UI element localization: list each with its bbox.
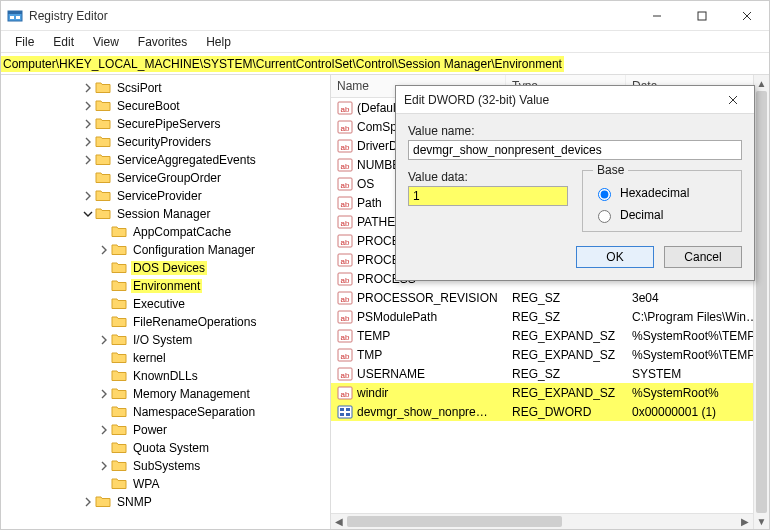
value-data-input[interactable] [408,186,568,206]
menu-favorites[interactable]: Favorites [130,33,195,51]
expander-expand-icon[interactable] [97,423,111,437]
expander-expand-icon[interactable] [81,189,95,203]
value-type: REG_DWORD [506,405,626,419]
tree-item[interactable]: SecurityProviders [1,133,330,151]
dialog-titlebar[interactable]: Edit DWORD (32-bit) Value [396,86,754,114]
expander-collapse-icon[interactable] [81,207,95,221]
tree-item[interactable]: Quota System [1,439,330,457]
expander-expand-icon[interactable] [81,117,95,131]
scroll-up-icon[interactable]: ▲ [754,75,769,91]
list-row[interactable]: devmgr_show_nonpre…REG_DWORD0x00000001 (… [331,402,769,421]
svg-text:ab: ab [341,238,350,247]
menu-help[interactable]: Help [198,33,239,51]
expander-expand-icon[interactable] [97,333,111,347]
tree-item[interactable]: NamespaceSeparation [1,403,330,421]
expander-none [81,171,95,185]
scroll-thumb[interactable] [347,516,562,527]
list-row[interactable]: abTMPREG_EXPAND_SZ%SystemRoot%\TEMP [331,345,769,364]
list-row[interactable]: abUSERNAMEREG_SZSYSTEM [331,364,769,383]
maximize-button[interactable] [679,1,724,31]
tree-item[interactable]: SecureBoot [1,97,330,115]
expander-expand-icon[interactable] [81,153,95,167]
value-name: devmgr_show_nonpre… [357,405,488,419]
cancel-button[interactable]: Cancel [664,246,742,268]
scroll-right-icon[interactable]: ▶ [737,514,753,529]
list-row[interactable]: abPSModulePathREG_SZC:\Program Files\Win… [331,307,769,326]
scroll-track[interactable] [754,91,769,513]
tree-item[interactable]: ServiceGroupOrder [1,169,330,187]
svg-rect-3 [16,16,20,19]
list-horizontal-scrollbar[interactable]: ◀ ▶ [331,513,753,529]
regedit-icon [1,8,29,24]
radio-dec-input[interactable] [598,210,611,223]
radio-decimal[interactable]: Decimal [593,207,731,223]
menu-file[interactable]: File [7,33,42,51]
list-row[interactable]: abTEMPREG_EXPAND_SZ%SystemRoot%\TEMP [331,326,769,345]
radio-hex-input[interactable] [598,188,611,201]
string-value-icon: ab [337,328,353,344]
expander-expand-icon[interactable] [97,459,111,473]
svg-rect-1 [8,11,22,14]
tree-item[interactable]: Memory Management [1,385,330,403]
expander-expand-icon[interactable] [81,81,95,95]
tree-item[interactable]: Power [1,421,330,439]
expander-expand-icon[interactable] [97,243,111,257]
tree-item[interactable]: ServiceAggregatedEvents [1,151,330,169]
minimize-button[interactable] [634,1,679,31]
key-tree[interactable]: ScsiPortSecureBootSecurePipeServersSecur… [1,75,331,529]
expander-none [97,297,111,311]
tree-item[interactable]: SNMP [1,493,330,511]
svg-rect-43 [340,413,344,416]
list-vertical-scrollbar[interactable]: ▲ ▼ [753,75,769,529]
close-button[interactable] [724,1,769,31]
expander-expand-icon[interactable] [97,387,111,401]
tree-item[interactable]: DOS Devices [1,259,330,277]
dialog-title: Edit DWORD (32-bit) Value [404,93,720,107]
address-bar[interactable]: Computer\HKEY_LOCAL_MACHINE\SYSTEM\Curre… [1,53,769,75]
expander-expand-icon[interactable] [81,135,95,149]
tree-item[interactable]: Configuration Manager [1,241,330,259]
tree-item[interactable]: kernel [1,349,330,367]
expander-expand-icon[interactable] [81,99,95,113]
scroll-thumb[interactable] [756,91,767,513]
value-name: TEMP [357,329,390,343]
value-name-input[interactable] [408,140,742,160]
tree-item[interactable]: ScsiPort [1,79,330,97]
scroll-down-icon[interactable]: ▼ [754,513,769,529]
radio-hexadecimal[interactable]: Hexadecimal [593,185,731,201]
menu-edit[interactable]: Edit [45,33,82,51]
expander-expand-icon[interactable] [81,495,95,509]
base-legend: Base [593,163,628,177]
tree-item[interactable]: ServiceProvider [1,187,330,205]
scroll-track[interactable] [347,514,737,529]
title-bar: Registry Editor [1,1,769,31]
string-value-icon: ab [337,195,353,211]
ok-button[interactable]: OK [576,246,654,268]
tree-item[interactable]: SecurePipeServers [1,115,330,133]
list-row[interactable]: abPROCESSOR_REVISIONREG_SZ3e04 [331,288,769,307]
tree-item[interactable]: Environment [1,277,330,295]
value-data: SYSTEM [626,367,769,381]
string-value-icon: ab [337,366,353,382]
tree-item-label: kernel [131,351,168,365]
string-value-icon: ab [337,347,353,363]
value-data: 0x00000001 (1) [626,405,769,419]
dialog-close-button[interactable] [720,87,746,113]
tree-item-label: WPA [131,477,161,491]
tree-item-label: Executive [131,297,187,311]
tree-item[interactable]: FileRenameOperations [1,313,330,331]
tree-item-label: Session Manager [115,207,212,221]
menu-view[interactable]: View [85,33,127,51]
tree-item[interactable]: AppCompatCache [1,223,330,241]
tree-item[interactable]: WPA [1,475,330,493]
svg-text:ab: ab [341,333,350,342]
tree-item[interactable]: Session Manager [1,205,330,223]
tree-item[interactable]: SubSystems [1,457,330,475]
tree-item[interactable]: Executive [1,295,330,313]
tree-item[interactable]: I/O System [1,331,330,349]
tree-item[interactable]: KnownDLLs [1,367,330,385]
folder-icon [111,404,127,421]
folder-icon [95,116,111,133]
list-row[interactable]: abwindirREG_EXPAND_SZ%SystemRoot% [331,383,769,402]
scroll-left-icon[interactable]: ◀ [331,514,347,529]
